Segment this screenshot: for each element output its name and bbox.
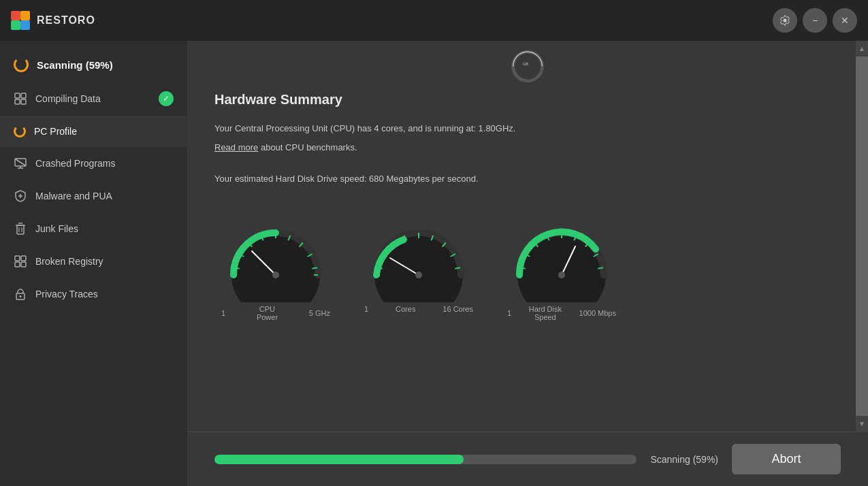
sidebar-item-scanning[interactable]: Scanning (59%) [0,48,187,82]
cpu-info-text: Your Central Processing Unit (CPU) has 4… [214,121,841,136]
app-title: RESTORO [37,14,95,27]
svg-line-49 [455,268,460,269]
titlebar-left: RESTORO [11,11,95,30]
progress-bar-fill [214,455,464,464]
malware-label: Malware and PUA [35,191,112,201]
hdd-info-text: Your estimated Hard Disk Drive speed: 68… [214,172,841,187]
svg-line-37 [312,268,317,269]
hdd-speed-min: 1 [507,309,511,317]
svg-rect-20 [15,256,20,261]
read-more-link[interactable]: Read more [214,142,258,152]
scroll-up-arrow[interactable]: ▲ [856,42,868,55]
svg-point-28 [231,231,320,302]
svg-rect-3 [20,20,30,30]
sidebar-item-broken-registry[interactable]: Broken Registry [0,245,187,278]
cpu-power-max: 5 GHz [309,309,330,317]
titlebar-controls: − ✕ [773,8,857,33]
svg-line-62 [598,268,603,269]
minimize-icon: − [812,15,818,26]
cores-max: 16 Cores [443,305,473,313]
svg-point-64 [558,272,565,278]
svg-rect-15 [17,225,24,234]
partial-gauge-wrapper: GB [497,48,558,85]
gauges-row: 1 CPUPower 5 GHz [214,214,841,321]
svg-rect-7 [15,99,20,104]
cores-gauge: 1 Cores 16 Cores [364,214,473,321]
cores-gauge-wrapper [364,214,473,302]
svg-rect-5 [15,93,20,98]
scroll-down-arrow[interactable]: ▼ [856,417,868,430]
section-title: Hardware Summary [214,92,841,108]
hdd-speed-gauge-svg [507,214,616,302]
close-icon: ✕ [841,15,849,26]
hdd-speed-gauge-wrapper [507,214,616,302]
cores-gauge-svg [364,214,473,302]
sidebar-item-crashed-programs[interactable]: Crashed Programs [0,147,187,180]
compiling-data-label: Compiling Data [35,93,101,104]
main-layout: Scanning (59%) Compiling Data ✓ PC Profi… [0,41,868,486]
svg-rect-22 [15,262,20,267]
scrollbar[interactable]: ▲ ▼ [856,41,868,432]
hdd-speed-label-row: 1 Hard DiskSpeed 1000 Mbps [507,305,616,321]
cpu-power-min: 1 [221,309,225,317]
close-button[interactable]: ✕ [833,8,857,33]
scrollbar-thumb[interactable] [856,56,868,416]
svg-rect-6 [21,93,26,98]
svg-line-58 [520,268,526,269]
cpu-power-center-label: CPUPower [257,305,278,321]
svg-point-25 [20,295,22,297]
sidebar-item-junk-files[interactable]: Junk Files [0,212,187,245]
minimize-button[interactable]: − [803,8,827,33]
svg-rect-1 [20,11,30,20]
settings-button[interactable] [773,8,797,33]
crashed-programs-label: Crashed Programs [35,158,116,169]
svg-line-50 [377,268,383,269]
titlebar: RESTORO − ✕ [0,0,868,41]
scanning-label: Scanning (59%) [37,59,113,71]
crashed-programs-icon [14,157,27,170]
svg-rect-21 [21,256,26,261]
junk-files-label: Junk Files [35,223,78,234]
svg-point-4 [784,19,787,22]
broken-registry-icon [14,255,27,268]
svg-rect-23 [21,262,26,267]
svg-rect-8 [21,99,26,104]
content-scroll[interactable]: GB Hardware Summary Your Central Process… [187,41,868,432]
progress-bar-container [214,455,637,464]
sidebar-item-privacy-traces[interactable]: Privacy Traces [0,278,187,310]
scanning-spinner [14,57,29,72]
malware-icon [14,189,27,203]
svg-point-52 [415,272,422,278]
svg-line-38 [234,268,240,269]
privacy-traces-label: Privacy Traces [35,289,98,299]
app-logo [11,11,30,30]
cpu-power-gauge: 1 CPUPower 5 GHz [221,214,330,321]
sidebar-item-compiling-data[interactable]: Compiling Data ✓ [0,82,187,116]
pc-profile-spinner [14,125,26,137]
hdd-speed-center-label: Hard DiskSpeed [529,305,562,321]
cpu-power-label-row: 1 CPUPower 5 GHz [221,305,330,321]
svg-rect-2 [11,20,20,30]
svg-line-12 [16,159,25,165]
abort-button[interactable]: Abort [732,444,841,474]
cores-min: 1 [364,305,368,313]
pc-profile-label: PC Profile [34,126,77,137]
cpu-link-text: Read more about CPU benchmarks. [214,140,841,155]
cores-label-row: 1 Cores 16 Cores [364,305,473,313]
broken-registry-label: Broken Registry [35,256,103,267]
compiling-data-icon [14,92,27,106]
sidebar: Scanning (59%) Compiling Data ✓ PC Profi… [0,41,187,486]
sidebar-item-pc-profile[interactable]: PC Profile [0,116,187,147]
bottom-bar: Scanning (59%) Abort [187,432,868,486]
compiling-data-check: ✓ [159,91,174,106]
sidebar-item-malware[interactable]: Malware and PUA [0,180,187,212]
cores-center-label: Cores [396,305,415,313]
partial-gauge-svg: GB [497,48,558,85]
svg-rect-0 [11,11,20,20]
hdd-speed-gauge: 1 Hard DiskSpeed 1000 Mbps [507,214,616,321]
gauge-partial-top: GB [214,41,841,85]
cpu-power-gauge-svg [221,214,330,302]
svg-point-41 [374,231,463,302]
cpu-power-gauge-wrapper [221,214,330,302]
svg-text:GB: GB [523,62,528,66]
